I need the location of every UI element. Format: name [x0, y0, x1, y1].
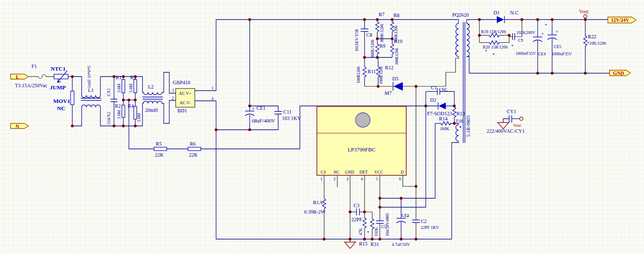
- r12-ref-label: R12: [385, 65, 393, 71]
- vout-label: Vout: [579, 9, 589, 14]
- r1a-value-label: 0.39R-2W: [304, 209, 326, 215]
- fuse-ref-label: F1: [31, 63, 37, 69]
- r31-value-label: 100K: [374, 227, 379, 237]
- r12-value-label: 100R/1206: [379, 66, 383, 84]
- r1-ref-label: R1: [116, 74, 122, 80]
- ce5-value-label: 1000uF35V: [552, 51, 573, 56]
- c3-value-label: 22PF: [351, 217, 362, 223]
- svg-text:*: *: [493, 52, 495, 57]
- ce4-plus: +: [541, 31, 544, 37]
- c9-value-label: 102K200V: [516, 30, 536, 35]
- winding-polarity-dot: [460, 126, 461, 128]
- r10-ref-label: R10: [394, 38, 402, 44]
- c8-value-label: 1021KV-Y5R: [355, 29, 359, 51]
- c9-ref-label: C9: [518, 38, 523, 43]
- winding-polarity-dot: [468, 24, 469, 25]
- r14-ref-label: R14: [439, 116, 447, 122]
- l1-value-label: 1mH 10*6*5: [87, 66, 91, 88]
- ce3-plus: +: [406, 214, 409, 220]
- cy1-ref-label: CY1: [507, 108, 516, 114]
- ic-pin2-number: 2: [333, 177, 336, 181]
- svg-text:*: *: [485, 49, 487, 54]
- ce5-ref-label: CE5: [554, 44, 561, 49]
- cx1-value-label: 334/X2: [106, 112, 111, 125]
- r15-ref-label: R15: [359, 241, 368, 247]
- bd1-pin4-label: 4: [211, 97, 214, 101]
- ic-pin-nc-label: NC: [333, 170, 339, 174]
- d1-ref-label: D1: [493, 10, 500, 16]
- ce1-value-label: 68uF/400V: [252, 118, 275, 124]
- ic-pin-det-label: DET: [359, 170, 368, 174]
- c11-value-label: 103 1KV: [282, 115, 301, 121]
- connector-gnd-label: GND: [613, 71, 624, 76]
- c3-ref-label: C3: [353, 203, 359, 208]
- ce5-plus: +: [556, 29, 559, 35]
- d5-ref-label: D5: [392, 76, 399, 82]
- ce1-ref-label: CE1: [256, 105, 265, 111]
- r22-ref-label: R22: [588, 34, 596, 40]
- ic-pin6-number: 6: [399, 177, 401, 181]
- r5-value-label: 22K: [155, 152, 164, 158]
- l2-ref-label: L2: [148, 84, 154, 90]
- r8-ref-label: R8: [393, 12, 399, 18]
- ic-pin-vcc-label: VCC: [374, 170, 383, 174]
- transformer-sec-note-label: 5.1R-0805: [465, 115, 471, 137]
- r31-star: *: [367, 230, 369, 235]
- winding-polarity-dot: [455, 53, 456, 54]
- d1-note-label: N.C: [510, 10, 519, 16]
- r10-value-label: 300K1206: [395, 48, 399, 65]
- r9-ref-label: R9: [379, 43, 385, 49]
- bd1-pin3-label: 3: [172, 88, 174, 93]
- connector-12V24V[interactable]: 12V/24V: [608, 17, 636, 23]
- r1a-ref-label: R1A: [313, 200, 323, 205]
- transformer-aux-tap-label: T1B: [456, 119, 463, 123]
- r3-value-label: 3.6M: [128, 84, 133, 93]
- ic-pin1-number: 1: [320, 177, 322, 181]
- r9-value-label: 800K/1206: [370, 40, 375, 58]
- d5-part-label: M7: [385, 90, 392, 96]
- connector-l-label: L: [16, 74, 19, 80]
- r2-value-label: 3.6M: [117, 110, 121, 120]
- r19-label: R19 15R/1206: [481, 29, 506, 34]
- ntc-ref-label: NTC1: [51, 66, 66, 72]
- ic-pin-d-label: D: [401, 170, 404, 174]
- c5-value-label: 104/50V-0805: [385, 213, 390, 236]
- fuse-value-label: T3.15A/250Vac: [15, 83, 47, 88]
- mov-ref-label: MOV1: [53, 98, 70, 104]
- r7-value-label: 800K/1206: [380, 24, 384, 42]
- svg-text:*: *: [545, 23, 547, 28]
- r6-ref-label: R6: [190, 141, 196, 147]
- cy1-vout-label: Vout: [513, 123, 521, 128]
- c1-note-label: NC: [442, 87, 447, 92]
- ce4-value-label: 1000uF35V: [516, 51, 536, 56]
- ce3-value-label: 4.7uF/50V: [392, 242, 410, 247]
- r4-ref-label: R4: [128, 103, 134, 109]
- r13-ref-label: R13: [456, 111, 465, 117]
- connector-out-label: 12V/24V: [611, 17, 630, 23]
- r4-value-label: 3.6M: [137, 113, 141, 123]
- bd1-acplus-label: AC V+: [179, 91, 191, 96]
- c8-ref-label: C8: [366, 32, 372, 38]
- l2-value-label: 20mH: [145, 107, 158, 113]
- mov-note-label: NC: [57, 105, 66, 111]
- r31-ref-label: R31: [370, 241, 379, 247]
- ntc-note-label: JUMP: [50, 84, 66, 91]
- d2-ref-label: D2: [430, 97, 436, 103]
- c1-ref-label: C1: [431, 85, 437, 91]
- ce4-ref-label: CE4: [538, 51, 546, 56]
- bd1-acminus-label: AC V-: [180, 100, 191, 105]
- r15-value-label: 47K: [358, 228, 363, 235]
- ic-LP3799FBC[interactable]: LP3799FBC CS NC GND DET VCC D 1 2 3 4 5 …: [317, 106, 406, 181]
- ic-pin-gnd-label: GND: [345, 170, 354, 174]
- connector-n-label: N: [16, 124, 20, 129]
- bd1-pin1-label: 1: [211, 86, 214, 90]
- connector-GND[interactable]: GND: [610, 70, 630, 76]
- ic-pin-cs-label: CS: [321, 170, 326, 174]
- ic-pin3-number: 3: [346, 177, 348, 181]
- resistor-R2[interactable]: R2 3.6M: [115, 103, 125, 119]
- bd1-pin2-label: 2: [172, 96, 174, 100]
- c2-ref-label: C2: [421, 218, 427, 224]
- bd1-part-label: GBP410: [173, 80, 190, 86]
- r14-value-label: 180K: [440, 126, 450, 131]
- r22-value-label: *10K/1206: [587, 41, 606, 46]
